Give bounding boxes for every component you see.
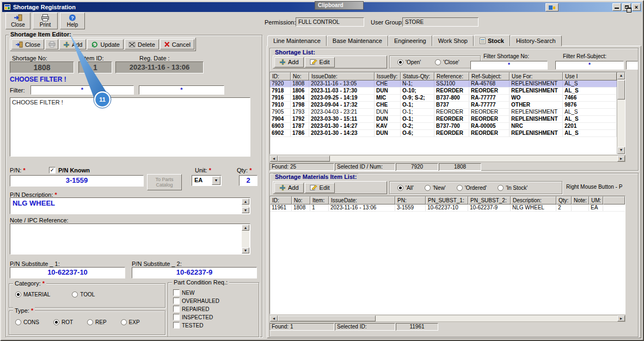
column-header-no[interactable]: No: xyxy=(291,72,309,80)
filter-extra-input[interactable] xyxy=(626,61,638,70)
editor-cancel-button[interactable]: Cancel xyxy=(160,39,194,49)
table-row[interactable]: 791618042023-09-25 - 14:19MICO-9; S-2;B7… xyxy=(270,95,625,102)
column-header-qty[interactable]: Qty: xyxy=(556,196,572,204)
scroll-thumb[interactable] xyxy=(617,80,625,100)
column-header-item[interactable]: Item: xyxy=(310,196,329,204)
materials-radio-all[interactable]: 'All' xyxy=(397,185,414,191)
vertical-scrollbar[interactable]: ▲ ▼ xyxy=(617,72,625,154)
close-window-button[interactable]: × xyxy=(632,3,641,11)
restore-button[interactable] xyxy=(622,3,631,11)
horizontal-scrollbar[interactable]: ◄ ► xyxy=(269,155,625,162)
column-header-status-qty[interactable]: Status-Qty: xyxy=(401,72,434,80)
materials-list-table[interactable]: ID:No:Item:IssueDate:PN:PN_SUBST_1:PN_SU… xyxy=(269,196,625,314)
column-header-pn-subst-2[interactable]: PN_SUBST_2: xyxy=(468,196,511,204)
scroll-up-button[interactable]: ▲ xyxy=(242,225,249,231)
column-header-note[interactable]: Note: xyxy=(572,196,589,204)
filter-shortage-no-input[interactable]: * xyxy=(470,61,548,70)
filter-ref-subject-input[interactable]: * xyxy=(555,61,624,70)
shortage-list-table[interactable]: ▲ ▼ ID:No:IssueDate:IssueBy:Status-Qty:R… xyxy=(269,72,625,154)
editor-delete-button[interactable]: Delete xyxy=(125,39,159,49)
table-row[interactable]: 11961180812023-11-16 - 13:063-155910-622… xyxy=(270,204,625,212)
column-header-issueby[interactable]: IssueBy: xyxy=(375,72,401,80)
column-header-issuedate[interactable]: IssueDate: xyxy=(309,72,375,80)
category-radio-material[interactable]: MATERIAL xyxy=(15,292,50,297)
pn-substitute2-input[interactable]: 10-62237-9 xyxy=(132,267,257,278)
scroll-thumb[interactable] xyxy=(278,156,330,162)
column-header-ref-subject[interactable]: Ref-Subject: xyxy=(469,72,510,80)
scroll-right-button[interactable]: ► xyxy=(617,315,625,321)
table-row[interactable]: 790517932023-04-03 - 23:21DUNO-1;REORDER… xyxy=(270,109,625,116)
tab-work-shop[interactable]: Work Shop xyxy=(432,35,474,46)
type-radio-rot[interactable]: ROT xyxy=(53,319,73,325)
clipboard-window-title[interactable]: Clipboard xyxy=(315,1,364,10)
column-header-id[interactable]: ID: xyxy=(270,196,292,204)
column-header-issuedate[interactable]: IssueDate: xyxy=(329,196,395,204)
column-header-pn-subst-1[interactable]: PN_SUBST_1: xyxy=(426,196,468,204)
scroll-thumb[interactable] xyxy=(278,315,376,321)
type-radio-cons[interactable]: CONS xyxy=(15,319,39,325)
table-row[interactable]: 690317872023-01-30 - 14:27KAVO-2;B737-70… xyxy=(270,123,625,130)
column-header-no[interactable]: No: xyxy=(292,196,310,204)
shortage-radio-open[interactable]: 'Open' xyxy=(397,59,421,65)
part-condition-checkbox-tested[interactable]: TESTED xyxy=(173,322,219,328)
pn-known-checkbox[interactable]: ✓ xyxy=(49,167,56,173)
part-condition-checkbox-inspected[interactable]: INSPECTED xyxy=(173,314,219,320)
tab-engineering[interactable]: Engineering xyxy=(388,35,432,46)
minimize-button[interactable] xyxy=(612,3,621,11)
scroll-right-button[interactable]: ► xyxy=(617,156,625,162)
editor-close-button[interactable]: Close xyxy=(11,39,44,49)
shortage-radio-close[interactable]: 'Close' xyxy=(435,59,459,65)
column-header-description[interactable]: Description: xyxy=(511,196,556,204)
materials-radio-ordered[interactable]: 'Ordered' xyxy=(457,185,487,191)
category-radio-tool[interactable]: TOOL xyxy=(72,292,95,297)
column-header-reference[interactable]: Reference: xyxy=(434,72,469,80)
part-condition-checkbox-new[interactable]: NEW xyxy=(173,289,219,296)
column-header-use-for[interactable]: Use For: xyxy=(510,72,563,80)
titlebar-tray-button[interactable] xyxy=(545,3,559,11)
tab-stock[interactable]: Stock xyxy=(474,35,510,46)
table-row[interactable]: 792018082023-11-16 - 13:05CHEN-1;SSJ100R… xyxy=(270,80,625,88)
filter-input-2[interactable]: * xyxy=(139,85,224,95)
column-header-id[interactable]: ID: xyxy=(270,72,291,80)
scroll-up-button[interactable]: ▲ xyxy=(617,72,625,79)
part-condition-checkbox-overhauled[interactable]: OVERHAULED xyxy=(173,297,219,304)
table-row[interactable]: 690217862023-01-30 - 14:23DUNO-6;REORDER… xyxy=(270,130,625,137)
column-header-pn[interactable]: PN: xyxy=(395,196,426,204)
unit-dropdown-button[interactable]: ▼ xyxy=(212,176,220,185)
to-parts-catalog-button[interactable]: To Parts Catalog xyxy=(147,174,182,190)
scroll-up-button[interactable]: ▲ xyxy=(242,199,249,204)
scroll-left-button[interactable]: ◄ xyxy=(270,315,278,321)
textarea-scrollbar[interactable]: ▲ ▼ xyxy=(242,199,249,213)
toolbar-close-button[interactable]: Close xyxy=(5,13,30,29)
unit-combobox[interactable]: EA ▼ xyxy=(192,175,222,186)
scroll-left-button[interactable]: ◄ xyxy=(270,156,278,162)
toolbar-print-button[interactable]: Print xyxy=(33,13,58,29)
column-header-use-i[interactable]: Use I xyxy=(563,72,617,80)
part-condition-checkbox-repaired[interactable]: REPAIRED xyxy=(173,306,219,312)
materials-radio-new[interactable]: 'New' xyxy=(425,185,446,191)
textarea-scrollbar[interactable]: ▲ ▼ xyxy=(242,225,249,253)
materials-edit-button[interactable]: Edit xyxy=(305,183,335,193)
scroll-down-button[interactable]: ▼ xyxy=(617,147,625,154)
pn-description-textarea[interactable]: NLG WHEEL ▲ ▼ xyxy=(10,197,250,214)
filter-result-listbox[interactable]: CHOOSE FILTER ! xyxy=(10,97,250,157)
horizontal-scrollbar[interactable]: ◄ ► xyxy=(269,315,625,322)
scroll-down-button[interactable]: ▼ xyxy=(242,247,249,253)
note-ipc-textarea[interactable]: ▲ ▼ xyxy=(10,224,250,255)
column-header-um[interactable]: UM: xyxy=(589,196,603,204)
pn-substitute1-input[interactable]: 10-62237-10 xyxy=(10,267,125,278)
shortage-add-button[interactable]: Add xyxy=(274,57,304,67)
type-radio-rep[interactable]: REP xyxy=(87,319,107,325)
materials-add-button[interactable]: Add xyxy=(274,183,304,193)
tab-base-maintenance[interactable]: Base Maintenance xyxy=(327,35,388,46)
type-radio-exp[interactable]: EXP xyxy=(121,319,140,325)
table-row[interactable]: 791017982023-09-04 - 17:32CHEO-1;B737RA-… xyxy=(270,102,625,109)
pn-input[interactable]: 3-1559 xyxy=(10,175,144,187)
tab-line-maintenance[interactable]: Line Maintenance xyxy=(267,35,327,46)
tab-history-search[interactable]: History-Search xyxy=(510,35,562,46)
table-row[interactable]: 790417922023-03-30 - 15:11DUNO-1;REORDER… xyxy=(270,116,625,123)
qty-input[interactable]: 2 xyxy=(239,175,257,186)
table-row[interactable]: 791818062023-11-03 - 17:30DUNO-10;REORDE… xyxy=(270,88,625,95)
materials-radio-in-stock[interactable]: 'In Stock' xyxy=(498,185,528,191)
scroll-down-button[interactable]: ▼ xyxy=(242,207,249,213)
